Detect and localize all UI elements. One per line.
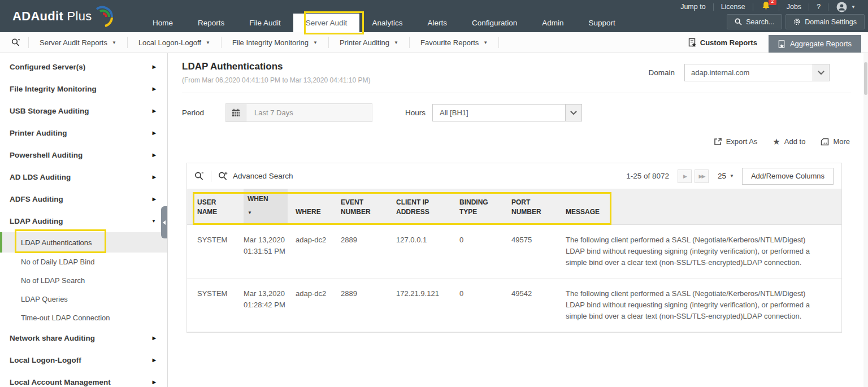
main-nav: Home Reports File Audit Server Audit Ana…	[0, 14, 868, 32]
column-header-user-name[interactable]: USER NAME	[197, 192, 244, 224]
report-actions: Export As ★ Add to More	[182, 137, 850, 146]
custom-reports-label: Custom Reports	[700, 38, 757, 47]
sidebar-item-no-of-ldap-search[interactable]: No of LDAP Search	[0, 271, 167, 290]
custom-reports-button[interactable]: Custom Reports	[677, 32, 769, 53]
sidebar-subitem-label: Time-out LDAP Connection	[21, 314, 110, 322]
hours-select[interactable]: All [BH1]	[432, 104, 566, 121]
cell-where: adap-dc2	[296, 288, 341, 299]
sidebar-item-ldap-auditing[interactable]: LDAP Auditing ▼	[0, 210, 167, 232]
nav-home[interactable]: Home	[140, 14, 185, 32]
notifications-bell[interactable]: 2	[753, 1, 779, 12]
column-header-port-number[interactable]: PORT NUMBER	[511, 192, 566, 224]
chevron-right-icon: ▶	[153, 336, 156, 341]
hours-value: All [BH1]	[440, 108, 468, 117]
sidebar-item-ldap-queries[interactable]: LDAP Queries	[0, 290, 167, 308]
sidebar-item-usb-storage-auditing[interactable]: USB Storage Auditing ▶	[0, 100, 167, 122]
report-search-toggle[interactable]	[0, 32, 28, 53]
sidebar-item-ldap-authentications[interactable]: LDAP Authentications	[0, 232, 167, 253]
domain-settings-button[interactable]: Domain Settings	[785, 14, 865, 29]
sidebar-item-label: Network share Auditing	[10, 334, 95, 342]
sidebar-item-printer-auditing[interactable]: Printer Auditing ▶	[0, 122, 167, 144]
add-remove-columns-button[interactable]: Add/Remove Columns	[742, 168, 834, 185]
add-to-button[interactable]: ★ Add to	[772, 137, 805, 146]
sidebar-item-powershell-auditing[interactable]: Powershell Auditing ▶	[0, 144, 167, 166]
menu-label: Server Audit Reports	[40, 38, 107, 47]
domain-select-caret-button[interactable]	[813, 64, 830, 81]
sidebar-item-local-logon-logoff[interactable]: Local Logon-Logoff ▶	[0, 349, 167, 371]
column-header-binding-type[interactable]: BINDING TYPE	[459, 192, 511, 224]
sidebar-item-adfs-auditing[interactable]: ADFS Auditing ▶	[0, 188, 167, 210]
global-search-button[interactable]: Search...	[727, 14, 782, 29]
column-header-when[interactable]: WHEN ▼	[244, 189, 288, 224]
period-picker[interactable]: Last 7 Days	[225, 103, 372, 122]
menu-printer-auditing[interactable]: Printer Auditing ▼	[329, 32, 409, 53]
chevron-down-icon: ▼	[313, 40, 318, 45]
sidebar-item-local-account-management[interactable]: Local Account Management ▶	[0, 371, 167, 387]
chevron-right-icon: ▶	[153, 86, 156, 92]
cell-user-name: SYSTEM	[197, 288, 244, 299]
results-card: Advanced Search 1-25 of 8072 ▶ ▶▶ 25 ▼ A…	[186, 163, 842, 333]
column-header-event-number[interactable]: EVENT NUMBER	[341, 192, 396, 224]
aggregate-reports-button[interactable]: Aggregate Reports	[769, 35, 861, 53]
calendar-icon	[232, 108, 240, 117]
sidebar-item-network-share-auditing[interactable]: Network share Auditing ▶	[0, 327, 167, 349]
nav-server-audit[interactable]: Server Audit	[293, 14, 360, 32]
nav-reports[interactable]: Reports	[185, 14, 237, 32]
jobs-link[interactable]: Jobs	[779, 3, 809, 11]
domain-select[interactable]: adap.internal.com	[684, 64, 813, 81]
column-header-message[interactable]: MESSAGE	[566, 202, 824, 224]
page-scrollbar-thumb[interactable]	[864, 62, 867, 95]
nav-analytics[interactable]: Analytics	[359, 14, 415, 32]
period-value[interactable]: Last 7 Days	[246, 104, 372, 121]
last-page-button[interactable]: ▶▶	[695, 169, 709, 183]
cell-user-name: SYSTEM	[197, 234, 244, 246]
column-search-toggle[interactable]	[194, 171, 204, 181]
sidebar-item-configured-servers[interactable]: Configured Server(s) ▶	[0, 56, 167, 78]
chevron-down-icon: ▼	[730, 173, 734, 179]
hours-select-caret-button[interactable]	[565, 104, 582, 121]
next-page-button[interactable]: ▶	[678, 169, 692, 183]
cell-binding-type: 0	[459, 288, 511, 299]
calendar-button[interactable]	[226, 104, 246, 121]
menu-local-logon-logoff[interactable]: Local Logon-Logoff ▼	[128, 32, 221, 53]
menu-label: Printer Auditing	[340, 38, 389, 47]
sidebar-item-label: ADFS Auditing	[10, 195, 63, 203]
sidebar-collapse-handle[interactable]	[161, 206, 167, 238]
sidebar-item-ad-lds-auditing[interactable]: AD LDS Auditing ▶	[0, 166, 167, 188]
menu-server-audit-reports[interactable]: Server Audit Reports ▼	[29, 32, 127, 53]
hours-label: Hours	[405, 108, 426, 117]
page-size-value: 25	[718, 172, 726, 180]
app-logo[interactable]: ADAudit Plus	[12, 5, 115, 29]
jump-to-link[interactable]: Jump to	[673, 3, 713, 11]
chevron-right-icon: ▶	[153, 131, 156, 136]
more-button[interactable]: More	[821, 137, 850, 146]
content-area: Configured Server(s) ▶ File Integrity Mo…	[0, 53, 868, 387]
menu-file-integrity-monitoring[interactable]: File Integrity Monitoring ▼	[222, 32, 328, 53]
user-menu[interactable]: ▼	[828, 2, 861, 12]
column-header-where[interactable]: WHERE	[296, 202, 341, 224]
sidebar-subitem-label: No of LDAP Search	[21, 276, 85, 285]
domain-value: adap.internal.com	[691, 68, 749, 77]
nav-alerts[interactable]: Alerts	[415, 14, 459, 32]
sidebar-item-timeout-ldap-connection[interactable]: Time-out LDAP Connection	[0, 308, 167, 327]
license-link[interactable]: License	[714, 3, 753, 11]
pagination-group: 1-25 of 8072 ▶ ▶▶ 25 ▼ Add/Remove Column…	[626, 168, 834, 185]
chevron-down-icon: ▼	[206, 40, 210, 45]
more-icon	[821, 138, 829, 146]
menu-favourite-reports[interactable]: Favourite Reports ▼	[410, 32, 498, 53]
column-header-client-ip[interactable]: CLIENT IP ADDRESS	[396, 192, 459, 224]
help-link[interactable]: ?	[809, 3, 828, 11]
cell-event-number: 2889	[341, 234, 396, 246]
report-date-range: (From Mar 06,2020 04:41:10 PM to Mar 13,…	[182, 76, 371, 84]
nav-file-audit[interactable]: File Audit	[237, 14, 293, 32]
advanced-search-button[interactable]: Advanced Search	[218, 171, 293, 181]
nav-admin[interactable]: Admin	[530, 14, 576, 32]
sidebar-item-no-of-daily-ldap-bind[interactable]: No of Daily LDAP Bind	[0, 253, 167, 271]
nav-support[interactable]: Support	[576, 14, 628, 32]
export-as-button[interactable]: Export As	[714, 137, 758, 146]
nav-configuration[interactable]: Configuration	[459, 14, 530, 32]
sidebar-item-file-integrity-monitoring[interactable]: File Integrity Monitoring ▶	[0, 78, 167, 100]
sidebar-item-label: AD LDS Auditing	[10, 173, 71, 181]
page-size-dropdown[interactable]: 25 ▼	[718, 172, 734, 180]
topbar: ADAudit Plus Jump to License 2 Jobs ?	[0, 0, 868, 32]
